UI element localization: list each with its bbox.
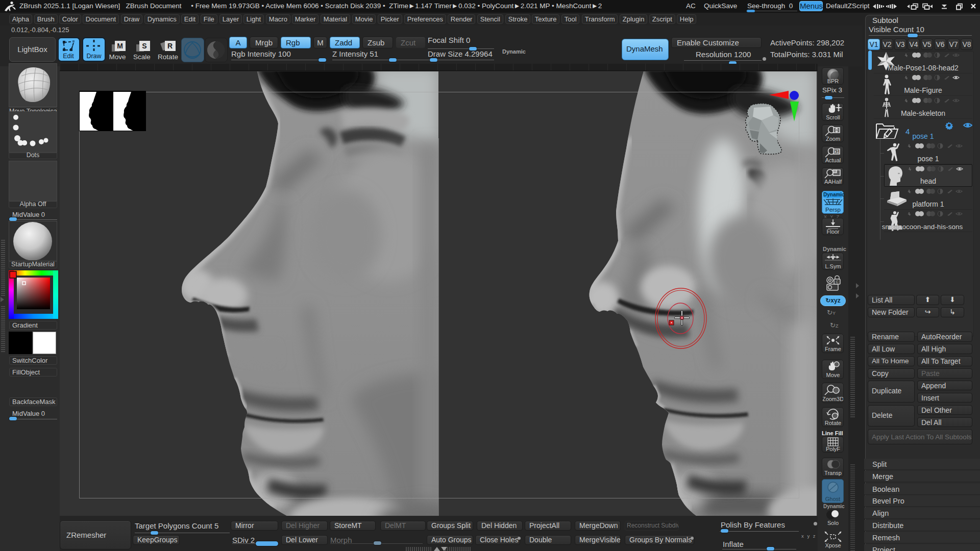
svg-text:C: C <box>836 280 838 284</box>
svg-text:PolyF: PolyF <box>825 446 840 452</box>
svg-text:Floor: Floor <box>826 229 839 235</box>
svg-text:BPR: BPR <box>827 78 839 84</box>
svg-text:Actual: Actual <box>825 157 841 163</box>
svg-text:M: M <box>117 42 123 50</box>
svg-text:Xpose: Xpose <box>825 542 841 548</box>
svg-text:Persp: Persp <box>825 207 840 213</box>
svg-text:Zoom3D: Zoom3D <box>823 396 843 402</box>
svg-text:Solo: Solo <box>827 520 838 526</box>
svg-text:AAHalf: AAHalf <box>824 179 842 185</box>
svg-text:R: R <box>167 42 173 50</box>
svg-text:L.Sym: L.Sym <box>825 263 841 269</box>
svg-text:Move: Move <box>109 53 126 61</box>
svg-text:Draw: Draw <box>86 53 102 60</box>
svg-text:Rotate: Rotate <box>158 53 178 61</box>
svg-text:Scroll: Scroll <box>826 114 840 120</box>
svg-text:Zoom: Zoom <box>825 136 840 142</box>
svg-text:Edit: Edit <box>63 53 74 60</box>
svg-text:Frame: Frame <box>825 346 841 352</box>
svg-text:Transp: Transp <box>824 470 842 476</box>
svg-text:x1: x1 <box>834 149 839 154</box>
svg-text:Move: Move <box>826 372 840 378</box>
svg-text:Rotate: Rotate <box>824 420 841 426</box>
svg-text:Scale: Scale <box>133 53 151 61</box>
svg-text:S: S <box>142 42 146 50</box>
